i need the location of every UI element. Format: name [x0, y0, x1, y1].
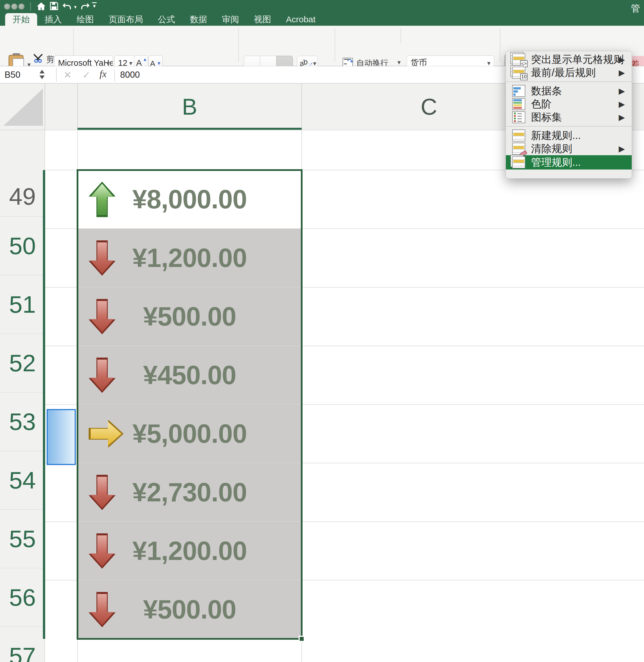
menu-item-data-bars[interactable]: 数据条▶	[506, 84, 632, 97]
row-header-57[interactable]: 57	[0, 627, 45, 662]
submenu-arrow-icon: ▶	[619, 86, 625, 96]
selection-border	[77, 169, 303, 640]
menu-separator	[506, 126, 632, 127]
name-box-spinner-up[interactable]	[40, 70, 45, 73]
group-divider	[238, 29, 239, 62]
ribbon-tab-Acrobat[interactable]: Acrobat	[278, 13, 323, 26]
zoom-window-button[interactable]	[18, 3, 25, 10]
ribbon-tab-视图[interactable]: 视图	[247, 13, 278, 26]
fill-handle[interactable]	[299, 636, 305, 642]
enter-icon[interactable]: ✓	[82, 69, 91, 80]
wrap-text-dropdown-arrow[interactable]: ▼	[396, 60, 402, 66]
submenu-arrow-icon: ▶	[619, 68, 625, 77]
divider	[114, 69, 115, 81]
divider	[30, 2, 31, 11]
menu-item-label: 色阶	[531, 97, 552, 111]
blue-cell-shape[interactable]	[47, 409, 76, 465]
data-bars-icon	[512, 85, 525, 97]
close-window-button[interactable]	[4, 3, 10, 10]
group-divider	[335, 29, 335, 62]
row-header-55[interactable]: 55	[0, 510, 45, 568]
menu-item-clear-rules[interactable]: 清除规则▶	[506, 142, 632, 155]
divider	[56, 68, 56, 82]
menu-item-color-scales[interactable]: 色阶▶	[506, 97, 632, 111]
menu-item-label: 图标集	[531, 110, 562, 124]
ribbon-tab-插入[interactable]: 插入	[37, 13, 69, 26]
menu-item-icon-sets[interactable]: 图标集▶	[506, 111, 632, 124]
redo-icon[interactable]	[79, 1, 90, 13]
menu-item-top-bottom-rules[interactable]: 10最前/最后规则▶	[506, 66, 632, 79]
ribbon-tab-开始[interactable]: 开始	[5, 13, 37, 26]
menu-item-label: 清除规则	[531, 142, 572, 156]
insert-function-icon[interactable]: fx	[99, 69, 107, 79]
customize-toolbar-icon[interactable]: ▼	[92, 2, 97, 9]
color-scales-icon	[512, 98, 525, 110]
menu-item-label: 数据条	[531, 84, 562, 98]
menu-item-label: 新建规则...	[531, 128, 581, 143]
row-header-51[interactable]: 51	[0, 275, 45, 334]
number-format-dropdown-arrow[interactable]: ▼	[486, 60, 491, 67]
wrap-text-icon[interactable]: ↷	[343, 58, 353, 67]
row-header-49[interactable]: 49	[0, 176, 45, 217]
group-divider	[400, 29, 401, 43]
manage-rules-icon	[512, 156, 525, 168]
row-header-54[interactable]: 54	[0, 451, 45, 510]
conditional-formatting-menu: <>突出显示单元格规则▶10最前/最后规则▶数据条▶色阶▶图标集▶新建规则...…	[506, 51, 632, 179]
icon-sets-icon	[512, 111, 525, 123]
menu-separator	[506, 81, 632, 82]
menu-item-highlight-cells-rules[interactable]: <>突出显示单元格规则▶	[506, 53, 632, 66]
ribbon-tab-数据[interactable]: 数据	[182, 13, 214, 26]
row-header-53[interactable]: 53	[0, 393, 45, 451]
home-icon[interactable]	[36, 1, 46, 13]
ribbon-tab-公式[interactable]: 公式	[151, 13, 182, 26]
top-bottom-rules-icon: 10	[512, 67, 525, 78]
undo-icon[interactable]	[62, 1, 73, 13]
title-bar: ▼ ▼ 管	[0, 0, 644, 13]
row-headers: 495051525354555657	[0, 130, 45, 662]
submenu-arrow-icon: ▶	[619, 113, 625, 122]
submenu-arrow-icon: ▶	[619, 55, 625, 64]
ribbon-tab-绘图[interactable]: 绘图	[69, 13, 101, 26]
font-size-dropdown-arrow[interactable]: ▼	[128, 60, 134, 67]
ribbon-tab-页面布局[interactable]: 页面布局	[101, 13, 151, 26]
undo-dropdown-arrow[interactable]: ▼	[73, 5, 77, 9]
submenu-arrow-icon: ▶	[619, 99, 625, 109]
clear-rules-icon	[512, 143, 525, 155]
formula-input[interactable]: 8000	[120, 70, 140, 80]
row-header-56[interactable]: 56	[0, 568, 45, 627]
new-rule-icon	[512, 129, 525, 141]
cut-icon[interactable]	[34, 53, 45, 64]
submenu-arrow-icon: ▶	[619, 144, 625, 153]
menu-item-manage-rules[interactable]: 管理规则...	[506, 155, 632, 169]
menu-item-new-rule[interactable]: 新建规则...	[506, 129, 632, 142]
cancel-icon[interactable]: ✕	[64, 69, 72, 80]
ribbon-tab-审阅[interactable]: 审阅	[214, 13, 247, 26]
row-header-50[interactable]: 50	[0, 217, 45, 275]
selected-rows-accent	[43, 170, 45, 639]
select-all-corner[interactable]	[3, 89, 43, 126]
font-name-dropdown-arrow[interactable]: ▼	[105, 60, 111, 67]
menu-item-label: 突出显示单元格规则	[531, 53, 624, 67]
ribbon-tab-bar: 开始插入绘图页面布局公式数据审阅视图Acrobat	[0, 13, 644, 26]
minimize-window-button[interactable]	[11, 3, 18, 10]
highlight-cells-rules-icon: <>	[512, 53, 525, 66]
excel-window: ▼ ▼ 管 开始插入绘图页面布局公式数据审阅视图Acrobat ▼ 粘贴 剪切 …	[0, 0, 644, 662]
name-box[interactable]: B50	[5, 70, 20, 80]
group-divider	[500, 29, 501, 62]
column-header-B[interactable]: B	[77, 84, 302, 130]
row-header-52[interactable]: 52	[0, 334, 45, 393]
name-box-spinner-down[interactable]	[40, 75, 45, 79]
save-icon[interactable]	[49, 1, 59, 12]
menu-item-label: 最前/最后规则	[531, 66, 596, 80]
menu-item-label: 管理规则...	[531, 156, 581, 169]
